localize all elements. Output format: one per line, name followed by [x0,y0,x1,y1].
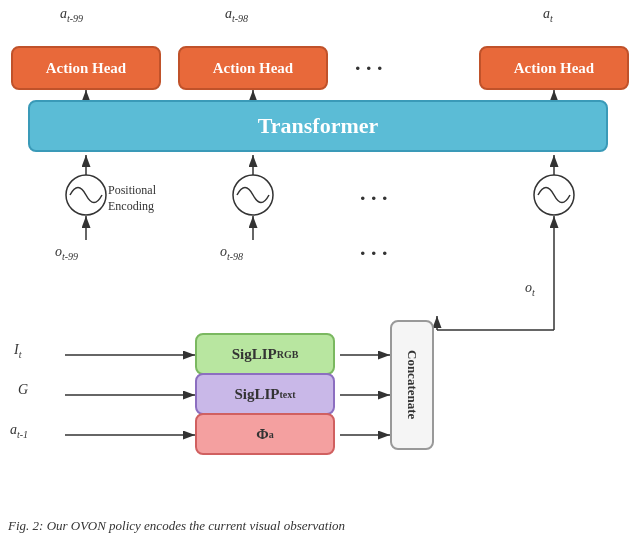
action-head-right: Action Head [479,46,629,90]
positional-encoding-label: PositionalEncoding [108,183,156,214]
dots-middle: · · · [360,185,388,211]
dots-top: · · · [355,55,383,81]
svg-point-2 [233,175,273,215]
concatenate-box: Concatenate [390,320,434,450]
input-label-middle: ot-98 [220,244,243,262]
action-head-middle: Action Head [178,46,328,90]
siglip-text-box: SigLIPtext [195,373,335,415]
svg-point-1 [66,175,106,215]
transformer-box: Transformer [28,100,608,152]
input-label-right: ot [525,280,535,298]
svg-point-3 [534,175,574,215]
output-label-right: at [543,6,553,24]
phi-a-box: Φa [195,413,335,455]
siglip-rgb-box: SigLIPRGB [195,333,335,375]
output-label-left: at-99 [60,6,83,24]
dots-bottom: · · · [360,240,388,266]
input-a-prev: at-1 [10,422,28,440]
input-it: It [14,342,21,360]
input-label-left: ot-99 [55,244,78,262]
action-head-left: Action Head [11,46,161,90]
caption: Fig. 2: Our OVON policy encodes the curr… [8,518,345,534]
input-g: G [18,382,28,398]
output-label-middle: at-98 [225,6,248,24]
